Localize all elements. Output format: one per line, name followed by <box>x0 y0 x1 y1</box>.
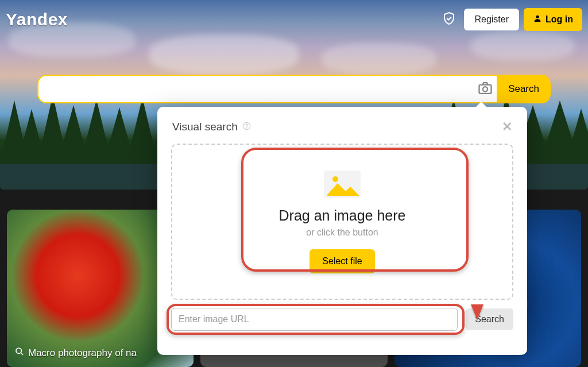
close-icon[interactable]: ✕ <box>502 119 512 134</box>
brand-logo[interactable]: Yandex <box>6 10 68 29</box>
drop-subtext: or click the button <box>306 227 378 238</box>
user-icon <box>533 14 542 25</box>
search-button[interactable]: Search <box>497 75 551 103</box>
register-button[interactable]: Register <box>464 9 519 30</box>
drop-zone[interactable]: Drag an image here or click the button S… <box>171 144 513 300</box>
svg-point-24 <box>332 176 338 182</box>
url-search-button[interactable]: Search <box>466 308 513 330</box>
topbar: Yandex Register Log in <box>6 8 582 31</box>
search-input[interactable] <box>37 75 497 103</box>
cloud-decoration <box>149 34 299 75</box>
svg-point-16 <box>536 16 539 18</box>
url-row: Search <box>171 308 513 331</box>
shield-icon[interactable] <box>442 11 456 28</box>
svg-line-20 <box>21 353 23 355</box>
card-caption: Macro photography of na <box>15 347 137 359</box>
card-caption-text: Macro photography of na <box>28 347 137 359</box>
popup-header: Visual search ✕ <box>157 107 527 141</box>
image-icon <box>324 171 361 200</box>
svg-point-18 <box>483 87 488 91</box>
help-icon[interactable] <box>242 122 251 132</box>
cloud-decoration <box>471 32 574 60</box>
login-label: Log in <box>546 14 573 25</box>
select-file-button[interactable]: Select file <box>310 249 374 273</box>
svg-point-19 <box>16 348 21 353</box>
popup-title: Visual search <box>172 121 238 133</box>
svg-rect-17 <box>479 85 492 94</box>
login-button[interactable]: Log in <box>524 8 582 31</box>
search-bar: Search <box>37 75 551 103</box>
camera-icon[interactable] <box>475 78 496 101</box>
svg-point-22 <box>246 128 247 128</box>
magnifier-icon <box>15 347 24 359</box>
cloud-decoration <box>322 43 436 75</box>
visual-search-popup: Visual search ✕ Drag an image here or cl… <box>157 107 527 355</box>
drop-text: Drag an image here <box>279 207 406 224</box>
image-url-input[interactable] <box>171 308 458 331</box>
